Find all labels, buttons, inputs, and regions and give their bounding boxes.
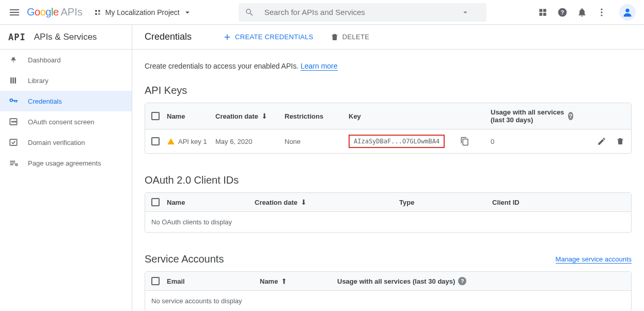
project-dots-icon [93,8,102,17]
sidebar-item-credentials[interactable]: Credentials [0,91,132,111]
delete-label: DELETE [342,33,369,41]
create-label: CREATE CREDENTIALS [235,33,313,41]
row-restrictions: None [285,138,349,145]
oauth-thead: Name Creation date Type Client ID [145,193,631,212]
sidebar-item-dashboard[interactable]: Dashboard [0,50,132,70]
svg-rect-7 [543,12,546,15]
intro-text: Create credentials to access your enable… [145,62,632,70]
svc-col-email[interactable]: Email [167,277,260,285]
search-input[interactable] [264,8,461,17]
svg-point-2 [95,13,97,15]
oauth-col-name[interactable]: Name [167,199,255,206]
row-date: May 6, 2020 [215,138,285,145]
svc-title: Service Accounts [145,253,224,265]
key-value: AIzaSyDBaF...O7GLOwmBA4 [349,135,445,148]
dropdown-icon [183,8,192,17]
sidebar-label: Credentials [28,97,62,105]
api-keys-section: API Keys Name Creation date Restrictions… [145,85,632,154]
sidebar-title: APIs & Services [34,32,97,42]
sidebar-item-domain-verification[interactable]: Domain verification [0,132,132,153]
service-accounts-section: Service Accounts Manage service accounts… [145,253,632,311]
sort-desc-icon [260,112,269,120]
svg-point-20 [13,121,14,122]
delete-button[interactable]: DELETE [330,32,369,42]
sidebar-label: Dashboard [28,56,61,64]
oauth-col-clientid[interactable]: Client ID [492,199,625,206]
warning-icon [167,137,175,145]
svg-point-0 [95,10,97,12]
row-usage: 0 [491,138,573,145]
oauth-col-date[interactable]: Creation date [255,198,399,206]
verify-icon [8,137,19,148]
more-icon[interactable] [596,7,607,18]
oauth-section: OAuth 2.0 Client IDs Name Creation date … [145,174,632,233]
manage-service-accounts-link[interactable]: Manage service accounts [556,255,632,264]
sidebar-item-page-usage[interactable]: Page usage agreements [0,153,132,173]
oauth-empty: No OAuth clients to display [145,212,631,232]
oauth-title: OAuth 2.0 Client IDs [145,174,632,186]
notifications-icon[interactable] [577,7,587,18]
learn-more-link[interactable]: Learn more [301,62,338,71]
col-usage[interactable]: Usage with all services (last 30 days) ? [491,108,573,124]
row-actions [597,137,625,146]
svg-point-3 [98,13,100,14]
consent-icon [8,117,19,127]
svg-point-10 [601,8,602,10]
project-picker[interactable]: My Localization Project [93,8,192,17]
api-keys-title: API Keys [145,85,632,96]
svc-col-name[interactable]: Name [260,277,337,285]
row-checkbox[interactable] [151,137,167,145]
row-key: AIzaSyDBaF...O7GLOwmBA4 [349,135,491,148]
content: Create credentials to access your enable… [132,50,644,311]
sidebar-label: Page usage agreements [28,159,101,167]
sidebar-label: OAuth consent screen [28,118,95,126]
col-date[interactable]: Creation date [215,112,285,120]
page-title: Credentials [145,31,192,42]
gift-icon[interactable] [538,7,548,18]
search-box[interactable] [239,3,486,22]
select-all-checkbox[interactable] [151,112,167,120]
sidebar-item-library[interactable]: Library [0,70,132,91]
svg-point-21 [15,121,16,122]
main: Credentials CREATE CREDENTIALS DELETE Cr… [132,25,644,311]
key-icon [8,96,19,106]
svg-point-12 [601,14,602,16]
svc-col-name-label: Name [260,277,278,285]
svc-col-usage-label: Usage with all services (last 30 days) [337,277,455,285]
top-actions: ? [538,4,636,21]
project-name: My Localization Project [105,8,180,17]
svg-rect-17 [15,77,17,84]
svc-col-usage[interactable]: Usage with all services (last 30 days) ? [337,277,625,285]
topbar: Google APIs My Localization Project ? [0,0,644,25]
svg-text:?: ? [561,9,564,15]
col-name[interactable]: Name [167,112,215,120]
dashboard-icon [8,55,19,65]
svc-select-all[interactable] [151,277,167,285]
search-dropdown-icon [461,8,470,17]
sort-asc-icon [280,277,288,285]
help-icon[interactable]: ? [557,7,568,18]
menu-icon[interactable] [8,6,21,19]
col-restrictions[interactable]: Restrictions [285,112,349,120]
create-credentials-button[interactable]: CREATE CREDENTIALS [223,32,313,42]
oauth-select-all[interactable] [151,198,167,206]
help-usage-icon[interactable]: ? [568,112,573,120]
svg-rect-15 [10,77,12,84]
sidebar-label: Domain verification [28,139,85,146]
sidebar-item-oauth-consent[interactable]: OAuth consent screen [0,111,132,132]
oauth-col-type[interactable]: Type [399,199,492,206]
copy-icon[interactable] [460,137,469,146]
delete-row-icon[interactable] [616,137,625,146]
col-key[interactable]: Key [349,112,491,120]
svg-rect-16 [12,77,14,84]
edit-icon[interactable] [597,137,606,146]
row-name-text: API key 1 [178,138,207,145]
help-usage-icon[interactable]: ? [458,277,466,285]
col-date-label: Creation date [215,112,258,120]
google-apis-logo[interactable]: Google APIs [27,6,83,18]
trash-icon [330,32,339,42]
user-avatar[interactable] [619,4,636,21]
sort-desc-icon [300,198,308,206]
main-header: Credentials CREATE CREDENTIALS DELETE [132,25,644,50]
sidebar: API APIs & Services Dashboard Library Cr… [0,25,132,311]
